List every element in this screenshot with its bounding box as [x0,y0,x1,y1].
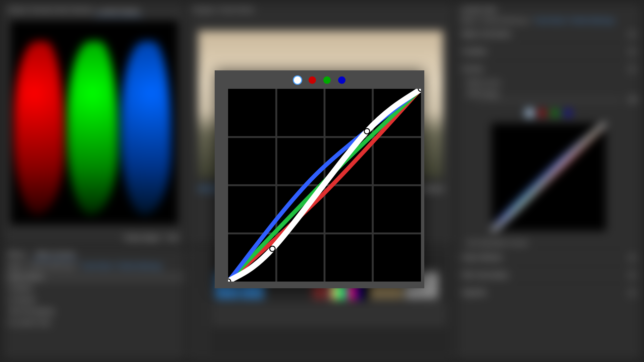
video-effects-header: Video Effects [4,271,185,283]
bit-depth-select[interactable]: 8 bit [167,235,178,241]
color-wheels-toggle[interactable] [629,254,636,261]
vignette-toggle[interactable] [629,289,636,296]
clamp-signal-toggle[interactable]: Clamp Signal [124,235,160,241]
rgb-curves-label[interactable]: RGB Curves [457,77,641,88]
basic-correction-toggle[interactable] [629,31,636,38]
lumetri-scopes-panel: Project: Premiere New Features Lumetri S… [3,3,185,245]
section-basic-correction[interactable]: Basic Correction [457,25,641,43]
channel-luma-button[interactable] [294,76,301,84]
parade-blue [121,41,171,215]
lumetri-color-panel: Lumetri Color Master * Kindred Spirits.j… [456,3,641,359]
curves-toggle[interactable] [629,66,636,72]
mini-green-dot[interactable] [552,110,558,116]
channel-red-button[interactable] [309,76,316,84]
section-color-wheels[interactable]: Color Wheels [457,249,641,266]
effect-opacity[interactable]: fx Opacity [4,294,185,305]
effect-time-remapping[interactable]: Time Remapping [4,305,185,317]
effect-lumetri-color[interactable]: fx Lumetri Color [4,317,185,328]
effect-controls-breadcrumb[interactable]: Master * Kindred Spirits.jpg ▸ Travel Se… [4,261,185,271]
channel-green-button[interactable] [323,76,331,84]
mini-blue-dot[interactable] [565,110,571,116]
tab-effects[interactable]: Effects [8,251,26,258]
curve-control-point[interactable] [270,246,275,251]
rgb-parade-scope [10,20,178,225]
scopes-footer[interactable]: Clamp Signal 8 bit [124,235,178,242]
audio-track-2[interactable] [212,310,446,318]
mini-curves-graph[interactable] [491,123,606,231]
mini-channel-selector[interactable] [457,110,641,116]
hsl-toggle[interactable] [629,272,636,279]
program-title: Program: Travel Series [188,4,453,16]
parade-green [67,41,117,215]
channel-blue-button[interactable] [338,76,345,84]
curve-control-point[interactable] [364,128,370,134]
parade-red [14,41,64,215]
scopes-tab[interactable]: Lumetri Scopes [94,6,143,17]
channel-selector [215,70,424,84]
hdr-range-row: HDR Range 100 [457,88,641,105]
effect-controls-panel: Effects Effect Controls Master * Kindred… [3,248,185,359]
mini-red-dot[interactable] [539,110,546,116]
section-curves[interactable]: Curves [457,60,641,77]
section-vignette[interactable]: Vignette [457,284,641,301]
lumetri-breadcrumb[interactable]: Master * Kindred Spirits.jpg ▸ Travel Se… [457,16,641,25]
mini-luma-dot[interactable] [526,110,533,116]
creative-toggle[interactable] [629,48,636,55]
section-hsl-secondary[interactable]: HSL Secondary [457,266,641,284]
audio-track-3[interactable] [212,319,446,326]
hue-saturation-curves-label[interactable]: Hue Saturation Curves [457,238,641,249]
hdr-range-slider[interactable]: 100 [477,100,621,101]
lumetri-panel-title: Lumetri Color [457,4,641,16]
timeline-toolbar[interactable] [192,252,205,356]
section-creative[interactable]: Creative [457,43,641,60]
audio-track-1[interactable] [212,302,446,310]
rgb-curves-popup [215,70,424,288]
effect-motion[interactable]: fx Motion [4,283,185,294]
tab-effect-controls[interactable]: Effect Controls [33,250,78,260]
curves-graph[interactable] [228,89,421,282]
